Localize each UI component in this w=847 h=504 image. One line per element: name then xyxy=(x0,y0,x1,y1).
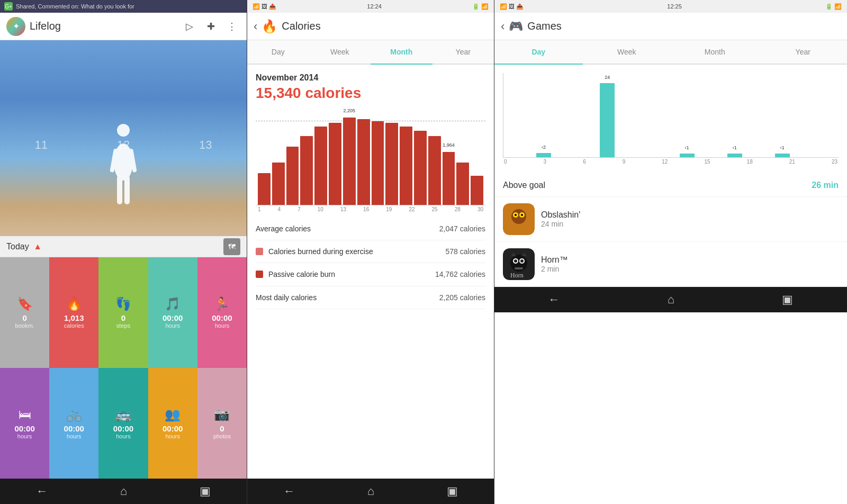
tile-photos-value: 0 xyxy=(220,424,224,433)
tile-photos[interactable]: 📷 0 photos xyxy=(197,368,247,479)
recents-nav-2[interactable]: ▣ xyxy=(436,480,468,502)
calories-title: Calories xyxy=(282,20,320,32)
tile-transport[interactable]: 🚌 00:00 hours xyxy=(98,368,148,479)
obslashin-time: 24 min xyxy=(541,220,839,228)
passive-color-box xyxy=(256,271,263,278)
horn-info: Horn™ 2 min xyxy=(541,255,839,273)
tab-year-games[interactable]: Year xyxy=(759,40,848,65)
number-13: 13 xyxy=(199,138,212,152)
svg-point-16 xyxy=(514,259,517,263)
tile-transport-value: 00:00 xyxy=(113,424,133,433)
bar-11 xyxy=(400,127,412,205)
tile-sleep[interactable]: 🛏 00:00 hours xyxy=(0,368,49,479)
bar-4 xyxy=(300,136,313,205)
tab-day-games[interactable]: Day xyxy=(494,40,583,65)
games-title: Games xyxy=(527,20,561,32)
sleep-icon: 🛏 xyxy=(19,407,31,422)
home-nav-3[interactable]: ⌂ xyxy=(657,289,685,311)
calories-header: ‹ 🔥 Calories xyxy=(247,13,494,40)
games-chart-container: ‹2 24 ‹1 ‹1 xyxy=(494,65,847,174)
play-button[interactable]: ▷ xyxy=(181,18,198,35)
calories-back-button[interactable]: ‹ xyxy=(254,20,257,33)
bar-7-peak: 2,205 xyxy=(343,118,356,205)
back-nav-2[interactable]: ← xyxy=(273,480,305,502)
tab-day-calories[interactable]: Day xyxy=(247,40,309,65)
nav-bar-1: ← ⌂ ▣ xyxy=(0,479,247,504)
tile-cycle[interactable]: 🚲 00:00 hours xyxy=(49,368,98,479)
stat-most-label: Most daily calories xyxy=(256,293,439,302)
calories-tabs: Day Week Month Year xyxy=(247,40,494,65)
game-item-obslashin[interactable]: Obslashin' 24 min xyxy=(494,197,847,242)
bar-1 xyxy=(258,173,271,205)
g-bar-14-label: ‹1 xyxy=(733,145,737,150)
tab-month-calories[interactable]: Month xyxy=(371,40,432,65)
stat-exercise: Calories burned during exercise 578 calo… xyxy=(256,240,485,263)
status-icons-2: 📶 🖼 📤 xyxy=(253,3,276,10)
today-bar: Today ▲ 🗺 xyxy=(0,236,247,257)
recents-nav-1[interactable]: ▣ xyxy=(189,480,221,502)
bar-14-label: 1,964 xyxy=(443,142,455,148)
game-item-horn[interactable]: Horn Horn™ 2 min xyxy=(494,242,847,287)
bar-10 xyxy=(385,123,398,205)
exercise-color-box xyxy=(256,248,263,255)
tab-month-games[interactable]: Month xyxy=(671,40,759,65)
today-arrow: ▲ xyxy=(33,242,42,251)
calories-content: November 2014 15,340 calories 2,205 xyxy=(247,65,494,479)
svg-point-10 xyxy=(515,214,517,216)
tab-week-games[interactable]: Week xyxy=(583,40,671,65)
tile-calories-label: calories xyxy=(64,322,84,329)
back-nav-1[interactable]: ← xyxy=(25,480,58,502)
tile-calories[interactable]: 🔥 1,013 calories xyxy=(49,257,98,368)
tile-bookmarks[interactable]: 🔖 0 bookm. xyxy=(0,257,49,368)
tile-social[interactable]: 👥 00:00 hours xyxy=(148,368,197,479)
bar-6 xyxy=(329,123,341,205)
back-nav-3[interactable]: ← xyxy=(538,289,571,311)
tile-social-value: 00:00 xyxy=(163,424,183,433)
stat-exercise-label: Calories burned during exercise xyxy=(268,247,446,256)
lifelog-logo: ✦ xyxy=(6,17,25,36)
bar-12 xyxy=(414,131,427,205)
nav-bar-2: ← ⌂ ▣ xyxy=(247,479,494,504)
status-time-2: 12:24 xyxy=(367,3,382,10)
bar-15 xyxy=(456,163,469,205)
horn-name: Horn™ xyxy=(541,255,839,265)
status-bar-3: 📶 🖼 📤 12:25 🔋 📶 xyxy=(494,0,847,13)
bar-13 xyxy=(428,136,441,205)
tab-year-calories[interactable]: Year xyxy=(432,40,494,65)
status-right-2: 🔋 📶 xyxy=(472,3,489,10)
games-tabs: Day Week Month Year xyxy=(494,40,847,65)
games-header: ‹ 🎮 Games xyxy=(494,13,847,40)
lifelog-hero: 11 12 13 xyxy=(0,40,247,236)
map-button[interactable]: 🗺 xyxy=(223,238,240,255)
fire-icon: 🔥 xyxy=(262,19,277,34)
stat-most-value: 2,205 calories xyxy=(439,293,485,302)
add-button[interactable]: ✚ xyxy=(202,18,219,35)
tile-run-value: 00:00 xyxy=(212,313,232,322)
tab-week-calories[interactable]: Week xyxy=(309,40,371,65)
stat-passive-label: Passive calorie burn xyxy=(268,269,435,279)
recents-nav-3[interactable]: ▣ xyxy=(771,289,804,311)
obslashin-art xyxy=(503,203,535,235)
number-11: 11 xyxy=(34,138,47,152)
calories-total: 15,340 calories xyxy=(256,85,485,102)
status-icons-3: 📶 🖼 📤 xyxy=(500,3,524,10)
bar-14-end: 1,964 xyxy=(443,152,455,205)
g-bar-14: ‹1 xyxy=(727,154,742,157)
horn-art: Horn xyxy=(503,248,535,280)
svg-point-11 xyxy=(521,214,523,216)
home-nav-2[interactable]: ⌂ xyxy=(357,480,385,502)
stat-most: Most daily calories 2,205 calories xyxy=(256,286,485,309)
menu-button[interactable]: ⋮ xyxy=(223,18,240,35)
g-bar-17-label: ‹1 xyxy=(780,145,785,150)
tile-steps[interactable]: 👣 0 steps xyxy=(98,257,148,368)
home-nav-1[interactable]: ⌂ xyxy=(110,480,138,502)
bar-16 xyxy=(471,176,483,205)
tile-sleep-value: 00:00 xyxy=(14,424,34,433)
calories-chart: 2,205 1,964 1471013161922252830 xyxy=(256,110,485,213)
bar-8 xyxy=(357,119,370,205)
g-bar-6-label: 24 xyxy=(605,75,610,80)
tile-music[interactable]: 🎵 00:00 hours xyxy=(148,257,197,368)
games-back-button[interactable]: ‹ xyxy=(501,20,504,33)
tile-run[interactable]: 🏃 00:00 hours xyxy=(197,257,247,368)
tile-music-label: hours xyxy=(165,322,180,329)
